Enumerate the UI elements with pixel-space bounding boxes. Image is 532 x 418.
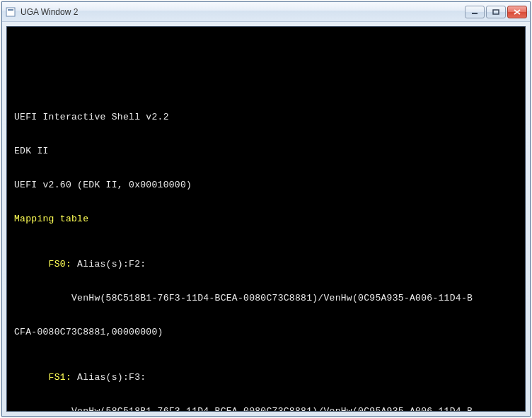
map-path: VenHw(58C518B1-76F3-11D4-BCEA-0080C73C88… [14, 406, 518, 412]
mapping-table-label: Mapping table [14, 214, 518, 225]
app-icon [5, 6, 16, 18]
minimize-button[interactable] [465, 6, 485, 18]
svg-rect-2 [472, 13, 478, 14]
svg-rect-0 [6, 8, 15, 16]
titlebar[interactable]: UGA Window 2 [2, 2, 530, 22]
maximize-button[interactable] [486, 6, 506, 18]
shell-edk: EDK II [14, 146, 518, 157]
close-button[interactable] [507, 6, 527, 18]
map-entry: FS1: Alias(s):F3: [14, 372, 518, 383]
svg-rect-1 [8, 9, 13, 11]
console-output: UEFI Interactive Shell v2.2 EDK II UEFI … [14, 33, 518, 412]
app-window: UGA Window 2 UEFI Interactive Shell v2.2… [1, 1, 531, 417]
shell-version: UEFI v2.60 (EDK II, 0x00010000) [14, 180, 518, 191]
map-entry: FS0: Alias(s):F2: [14, 259, 518, 270]
map-path: VenHw(58C518B1-76F3-11D4-BCEA-0080C73C88… [14, 293, 518, 304]
map-path-cont: CFA-0080C73C8881,00000000) [14, 327, 518, 338]
svg-rect-3 [493, 10, 499, 14]
shell-header: UEFI Interactive Shell v2.2 [14, 112, 518, 123]
window-title: UGA Window 2 [21, 7, 465, 17]
console-area[interactable]: UEFI Interactive Shell v2.2 EDK II UEFI … [6, 26, 526, 412]
window-controls [465, 6, 527, 18]
